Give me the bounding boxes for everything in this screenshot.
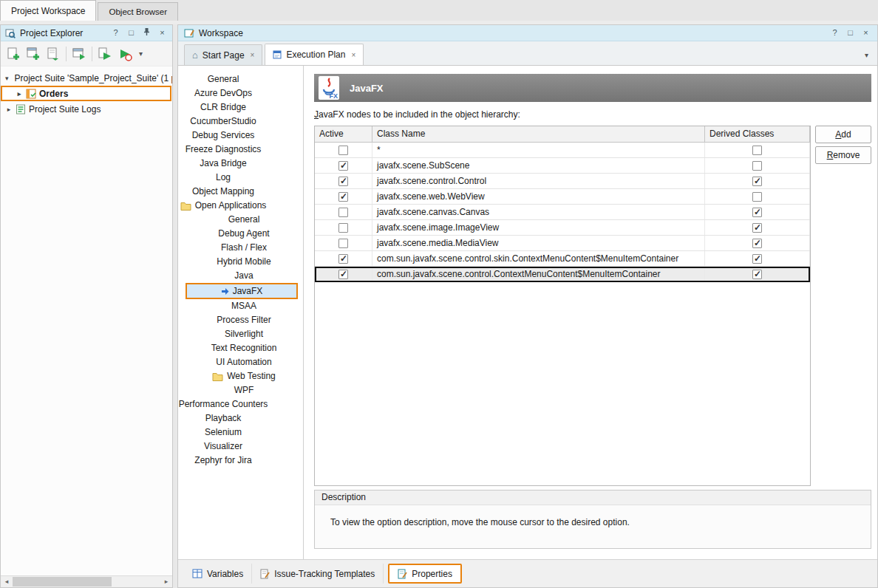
nav-item-hybrid-mobile[interactable]: Hybrid Mobile <box>199 255 289 269</box>
active-checkbox[interactable] <box>338 146 348 155</box>
nav-item-log[interactable]: Log <box>178 171 268 185</box>
table-row[interactable]: com.sun.javafx.scene.control.skin.Contex… <box>315 251 810 267</box>
derived-classes-checkbox[interactable] <box>752 254 762 264</box>
run-project-icon[interactable] <box>98 47 112 61</box>
horizontal-scrollbar[interactable]: ◂ ▸ <box>1 575 172 587</box>
derived-classes-checkbox[interactable] <box>752 270 762 279</box>
close-tab-icon[interactable]: × <box>350 51 355 59</box>
open-file-icon[interactable] <box>46 47 61 61</box>
table-row[interactable]: javafx.scene.control.Control <box>315 174 810 189</box>
table-row[interactable]: javafx.scene.image.ImageView <box>315 220 810 236</box>
active-checkbox[interactable] <box>338 223 348 233</box>
tree-item-project-suite-logs[interactable]: ▸ Project Suite Logs <box>1 101 172 117</box>
active-checkbox[interactable] <box>338 208 348 217</box>
add-new-project-icon[interactable] <box>26 47 41 61</box>
nav-item-text-recognition[interactable]: Text Recognition <box>199 341 289 355</box>
column-header-active[interactable]: Active <box>315 126 372 142</box>
nav-item-selenium[interactable]: Selenium <box>178 425 268 440</box>
derived-classes-checkbox[interactable] <box>752 146 762 155</box>
table-row[interactable]: javafx.scene.canvas.Canvas <box>315 205 810 220</box>
tab-start-page[interactable]: ⌂ Start Page × <box>184 44 262 65</box>
expander-icon[interactable]: ▸ <box>16 90 23 98</box>
nav-item-ui-automation[interactable]: UI Automation <box>199 355 289 369</box>
class-name-cell[interactable]: com.sun.javafx.scene.control.skin.Contex… <box>372 251 705 266</box>
nav-item-performance-counters[interactable]: Performance Counters <box>178 397 268 411</box>
active-checkbox[interactable] <box>338 239 348 248</box>
derived-classes-checkbox[interactable] <box>752 177 762 186</box>
nav-item-object-mapping[interactable]: Object Mapping <box>178 185 268 199</box>
add-new-item-icon[interactable] <box>6 47 21 61</box>
active-checkbox[interactable] <box>338 161 348 171</box>
nav-item-playback[interactable]: Playback <box>178 411 268 425</box>
class-name-cell[interactable]: * <box>372 143 705 157</box>
float-window-icon[interactable]: □ <box>126 27 137 38</box>
float-window-icon[interactable]: □ <box>845 27 856 38</box>
derived-classes-checkbox[interactable] <box>752 161 762 171</box>
nav-item-open-applications[interactable]: Open Applications <box>178 199 268 213</box>
active-checkbox[interactable] <box>338 192 348 202</box>
expander-icon[interactable]: ▸ <box>5 106 13 113</box>
help-icon[interactable]: ? <box>829 27 840 38</box>
column-header-derived-classes[interactable]: Derived Classes <box>705 126 810 142</box>
tab-properties[interactable]: Properties <box>388 564 462 584</box>
help-icon[interactable]: ? <box>110 27 121 38</box>
active-checkbox[interactable] <box>338 254 348 264</box>
nav-item-oa-general[interactable]: General <box>199 213 289 227</box>
derived-classes-checkbox[interactable] <box>752 192 762 202</box>
table-row[interactable]: javafx.scene.media.MediaView <box>315 236 810 251</box>
nav-item-msaa[interactable]: MSAA <box>199 299 289 313</box>
class-name-cell[interactable]: javafx.scene.media.MediaView <box>372 236 705 250</box>
tree-item-orders[interactable]: ▸ Orders <box>1 86 171 101</box>
active-checkbox[interactable] <box>338 177 348 186</box>
tab-variables[interactable]: Variables <box>184 564 252 584</box>
remove-button[interactable]: Remove <box>815 146 871 164</box>
class-name-cell[interactable]: javafx.scene.control.Control <box>372 174 705 188</box>
derived-classes-checkbox[interactable] <box>752 223 762 233</box>
expander-icon[interactable]: ▾ <box>5 75 9 82</box>
nav-item-java[interactable]: Java <box>199 269 289 283</box>
run-options-dropdown-icon[interactable]: ▾ <box>137 49 144 58</box>
scroll-right-icon[interactable]: ▸ <box>160 576 172 587</box>
tab-list-dropdown-icon[interactable]: ▾ <box>865 51 868 59</box>
close-icon[interactable]: × <box>860 27 871 38</box>
derived-classes-checkbox[interactable] <box>752 208 762 217</box>
object-browser-icon[interactable] <box>72 47 86 61</box>
tab-object-browser[interactable]: Object Browser <box>98 2 178 21</box>
table-row[interactable]: javafx.scene.web.WebView <box>315 189 810 205</box>
table-row[interactable]: * <box>315 143 810 158</box>
table-row[interactable]: javafx.scene.SubScene <box>315 158 810 174</box>
column-header-class-name[interactable]: Class Name <box>372 126 705 142</box>
nav-item-web-testing[interactable]: Web Testing <box>199 369 289 383</box>
nav-item-azure-devops[interactable]: Azure DevOps <box>178 86 268 100</box>
nav-item-process-filter[interactable]: Process Filter <box>199 313 289 327</box>
nav-item-java-bridge[interactable]: Java Bridge <box>178 157 268 171</box>
nav-item-freeze-diagnostics[interactable]: Freeze Diagnostics <box>178 143 268 157</box>
tree-item-project-suite[interactable]: ▾ Project Suite 'Sample_Project_Suite' (… <box>1 70 172 86</box>
nav-item-visualizer[interactable]: Visualizer <box>178 440 268 454</box>
nav-item-javafx[interactable]: JavaFX <box>186 283 298 299</box>
class-name-cell[interactable]: javafx.scene.canvas.Canvas <box>372 205 705 219</box>
class-name-cell[interactable]: com.sun.javafx.scene.control.ContextMenu… <box>372 267 705 281</box>
nav-item-flash-flex[interactable]: Flash / Flex <box>199 241 289 255</box>
class-name-cell[interactable]: javafx.scene.web.WebView <box>372 189 705 204</box>
active-checkbox[interactable] <box>338 270 348 279</box>
class-name-cell[interactable]: javafx.scene.SubScene <box>372 158 705 173</box>
scroll-left-icon[interactable]: ◂ <box>1 576 13 587</box>
nav-item-general[interactable]: General <box>178 72 268 86</box>
close-icon[interactable]: × <box>157 27 168 38</box>
nav-item-wpf[interactable]: WPF <box>199 383 289 397</box>
scrollbar-thumb[interactable] <box>13 577 112 587</box>
derived-classes-checkbox[interactable] <box>752 239 762 248</box>
run-project-suite-icon[interactable] <box>118 47 132 61</box>
nav-item-cucumberstudio[interactable]: CucumberStudio <box>178 114 268 129</box>
nav-item-debug-agent[interactable]: Debug Agent <box>199 227 289 241</box>
add-button[interactable]: Add <box>815 126 871 143</box>
pin-icon[interactable] <box>141 27 152 39</box>
nav-item-silverlight[interactable]: Silverlight <box>199 327 289 341</box>
class-name-cell[interactable]: javafx.scene.image.ImageView <box>372 220 705 235</box>
nav-item-clr-bridge[interactable]: CLR Bridge <box>178 100 268 114</box>
nav-item-debug-services[interactable]: Debug Services <box>178 129 268 143</box>
tab-execution-plan[interactable]: Execution Plan × <box>265 44 364 65</box>
table-row-selected[interactable]: com.sun.javafx.scene.control.ContextMenu… <box>315 267 810 282</box>
tab-project-workspace[interactable]: Project Workspace <box>0 0 96 21</box>
